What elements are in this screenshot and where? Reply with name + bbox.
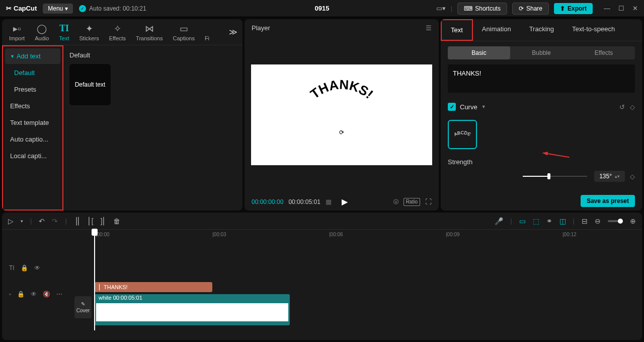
transitions-icon: ⋈	[145, 23, 154, 34]
sidebar-presets[interactable]: Presets	[5, 82, 60, 97]
tab-transitions[interactable]: ⋈Transitions	[131, 20, 168, 44]
hamburger-icon[interactable]: ☰	[426, 24, 432, 32]
export-button[interactable]: ⬆Export	[554, 3, 593, 14]
split-right-tool[interactable]: ]⎢	[101, 217, 106, 225]
dropdown-icon[interactable]: ▾	[21, 219, 23, 224]
grid-icon[interactable]: ▦	[326, 198, 332, 206]
sub-tab-effects[interactable]: Effects	[573, 46, 635, 59]
caret-down-icon: ▼	[10, 54, 15, 59]
pointer-tool[interactable]: ▷	[8, 217, 14, 225]
timeline-ruler[interactable]: |00:00 |00:03 |00:06 |00:09 |00:12	[2, 230, 642, 241]
eye-icon[interactable]: 👁	[34, 264, 40, 271]
curve-label: Curve	[460, 103, 477, 111]
sidebar-text-template[interactable]: Text template	[5, 115, 60, 130]
curve-checkbox[interactable]: ✓	[448, 103, 456, 111]
player-canvas[interactable]: THANKS! ⟳	[251, 64, 432, 165]
tab-stickers[interactable]: ✦Stickers	[74, 20, 104, 44]
keyboard-icon: ⌨	[464, 5, 472, 12]
snap-icon[interactable]: ⬚	[533, 217, 539, 225]
zoom-out-icon[interactable]: ⊟	[582, 217, 588, 225]
tabs-overflow-icon[interactable]: ≫	[226, 27, 240, 37]
playhead[interactable]	[94, 230, 95, 330]
audio-icon: ◯	[37, 23, 47, 34]
sidebar-local-captions[interactable]: Local capti...	[5, 148, 60, 164]
menu-button[interactable]: Menu▾	[43, 4, 73, 14]
split-tool[interactable]: ⎥⎢	[74, 217, 81, 225]
shortcuts-button[interactable]: ⌨Shortcuts	[457, 3, 507, 15]
timeline-text-clip[interactable]: ⎢THANKS!	[95, 282, 212, 292]
keyframe-icon[interactable]: ◇	[630, 103, 635, 111]
timecode-current: 00:00:00:00	[252, 198, 283, 206]
strength-label: Strength	[448, 158, 635, 166]
upload-icon: ⬆	[560, 5, 565, 12]
prop-tab-tts[interactable]: Text-to-speech	[563, 19, 624, 41]
slider-thumb[interactable]	[547, 173, 550, 179]
more-icon[interactable]: ⋯	[56, 291, 62, 298]
mute-icon[interactable]: 🔇	[43, 291, 50, 298]
tab-filters[interactable]: Fi	[200, 20, 214, 44]
canvas-text[interactable]: THANKS!	[296, 78, 387, 128]
zoom-slider[interactable]	[608, 220, 623, 222]
preview-icon[interactable]: ◫	[559, 217, 566, 225]
chevron-down-icon[interactable]: ▼	[481, 104, 486, 109]
strength-slider[interactable]	[523, 176, 587, 177]
app-logo: ✂CapCut	[6, 5, 37, 12]
import-icon: ▸▫	[13, 23, 21, 34]
zoom-minus-icon[interactable]: ⊖	[595, 217, 601, 225]
share-button[interactable]: ⟳Share	[512, 3, 549, 15]
keyframe-icon[interactable]: ◇	[630, 173, 635, 180]
fullscreen-icon[interactable]: ⛶	[425, 198, 432, 206]
prop-tab-tracking[interactable]: Tracking	[520, 19, 563, 41]
curve-style-preview[interactable]: ABCDE	[448, 120, 477, 149]
eye-icon[interactable]: 👁	[31, 291, 37, 298]
captions-icon: ▭	[180, 23, 188, 34]
text-track-icon: TI	[9, 264, 15, 271]
library-header: Default	[69, 51, 236, 59]
tab-audio[interactable]: ◯Audio	[30, 20, 54, 44]
save-preset-button[interactable]: Save as preset	[581, 195, 635, 207]
zoom-plus-icon[interactable]: ⊕	[630, 217, 636, 225]
minimize-icon[interactable]: —	[604, 5, 610, 12]
layout-icon[interactable]: ▭▾	[436, 5, 446, 12]
check-icon: ✓	[79, 5, 86, 12]
focus-icon[interactable]: ⦾	[393, 198, 398, 206]
svg-text:ABCDE: ABCDE	[453, 130, 471, 137]
sidebar-effects[interactable]: Effects	[5, 98, 60, 114]
maximize-icon[interactable]: ☐	[618, 5, 624, 12]
tab-captions[interactable]: ▭Captions	[168, 20, 199, 44]
cover-button[interactable]: ✎ Cover	[74, 296, 92, 318]
link-icon[interactable]: ⚭	[546, 217, 552, 225]
undo-icon[interactable]: ↺	[619, 103, 625, 111]
prop-tab-text[interactable]: Text	[441, 19, 473, 41]
library-default-text[interactable]: Default text	[69, 64, 111, 105]
autosave-status: ✓ Auto saved: 00:10:21	[79, 5, 146, 12]
close-icon[interactable]: ✕	[632, 5, 638, 12]
ratio-button[interactable]: Ratio	[404, 198, 420, 206]
mic-icon[interactable]: 🎤	[495, 217, 503, 225]
timeline-video-clip[interactable]: white 00:00:05:01	[95, 294, 290, 325]
tab-effects[interactable]: ✧Effects	[104, 20, 131, 44]
prop-tab-animation[interactable]: Animation	[473, 19, 520, 41]
share-icon: ⟳	[519, 5, 524, 12]
lock-icon[interactable]: 🔒	[17, 291, 25, 298]
sidebar-default[interactable]: Default	[5, 65, 60, 81]
play-button[interactable]: ▶	[342, 197, 348, 207]
split-left-tool[interactable]: ⎢[	[88, 217, 94, 225]
redo-button[interactable]: ↷	[52, 217, 58, 225]
lock-icon[interactable]: 🔒	[21, 264, 28, 271]
sub-tab-basic[interactable]: Basic	[448, 46, 510, 59]
undo-button[interactable]: ↶	[39, 217, 45, 225]
timecode-duration: 00:00:05:01	[288, 198, 320, 206]
tab-text[interactable]: TIText	[54, 20, 74, 44]
magnetic-icon[interactable]: ▭	[519, 217, 526, 225]
sidebar-auto-captions[interactable]: Auto captio...	[5, 131, 60, 147]
rotate-handle-icon[interactable]: ⟳	[339, 129, 344, 136]
angle-input[interactable]: 135°▴▾	[594, 171, 625, 182]
project-title[interactable]: 0915	[315, 5, 330, 12]
sub-tab-bubble[interactable]: Bubble	[510, 46, 573, 59]
text-content-input[interactable]: THANKS!	[448, 64, 635, 93]
sidebar-add-text[interactable]: ▼Add text	[5, 48, 60, 64]
delete-tool[interactable]: 🗑	[113, 217, 120, 225]
tab-import[interactable]: ▸▫Import	[4, 20, 30, 44]
stepper-icon[interactable]: ▴▾	[615, 174, 620, 179]
